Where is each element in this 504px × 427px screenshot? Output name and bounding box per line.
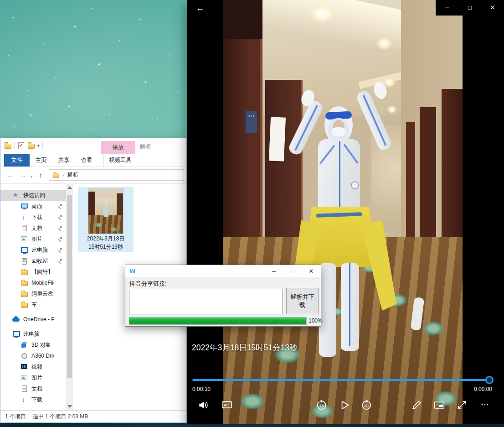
wallpaper-sparkle	[91, 8, 92, 9]
address-bar[interactable]: › 解析	[49, 169, 184, 181]
separator	[42, 142, 43, 149]
file-name-line1: 2022年3月18日	[78, 234, 134, 243]
share-link-label: 抖音分享链接:	[129, 280, 167, 288]
progress-bar	[129, 317, 307, 325]
up-icon[interactable]: ↑	[39, 170, 42, 180]
dialog-maximize-button: □	[285, 265, 301, 277]
room-number-plaque: 811	[245, 111, 257, 133]
sidebar-item[interactable]: 【阿轩】最新50	[0, 266, 66, 277]
wallpaper-sparkle	[157, 119, 158, 120]
scrollbar-thumb[interactable]	[67, 195, 72, 378]
wallpaper-sparkle	[119, 40, 120, 41]
qat-customize-caret-icon[interactable]: ▾	[37, 142, 40, 149]
separator	[29, 413, 29, 420]
sidebar-item[interactable]: 回收站	[0, 255, 66, 266]
close-button[interactable]: ✕	[481, 0, 504, 16]
back-button[interactable]: ←	[191, 2, 209, 15]
dialog-close-button[interactable]: ✕	[303, 265, 319, 277]
progress-fill	[129, 318, 306, 324]
time-remaining: 0:00:00	[474, 386, 492, 392]
wallpaper-sparkle	[55, 77, 56, 78]
maximize-button[interactable]: □	[458, 0, 481, 16]
sidebar-item-icon	[21, 279, 28, 286]
skip-back-label: 10	[314, 404, 329, 408]
pin-icon	[58, 237, 62, 241]
ribbon-tab[interactable]: 主页	[30, 154, 52, 167]
scroll-down-icon[interactable]	[67, 405, 72, 408]
share-link-input[interactable]	[129, 289, 283, 314]
back-icon[interactable]: ←	[7, 170, 14, 180]
more-options-button[interactable]: ⋯	[478, 398, 492, 412]
mini-player-button[interactable]	[432, 398, 447, 412]
dialog-titlebar[interactable]: W ─ □ ✕	[125, 265, 321, 277]
sidebar-item[interactable]: 此电脑	[0, 245, 66, 255]
sidebar-item[interactable]: 图片	[0, 234, 66, 245]
sidebar-item-label: 此电脑	[23, 330, 54, 338]
thumb-medallion	[95, 223, 102, 227]
scroll-up-icon[interactable]	[67, 186, 72, 189]
sidebar-item[interactable]: 图片	[0, 372, 66, 383]
seek-bar[interactable]	[192, 379, 489, 381]
sidebar-item[interactable]: 桌面	[0, 201, 66, 212]
sidebar-item-label: 图片	[31, 235, 54, 243]
navigation-bar: ← → ▾ ↑ › 解析	[0, 167, 186, 184]
ribbon-tab[interactable]: 文件	[4, 154, 30, 167]
sidebar-item[interactable]: A360 Drive	[0, 350, 66, 361]
sidebar-scrollbar[interactable]	[66, 183, 73, 411]
sidebar-item[interactable]: 视频	[0, 361, 66, 372]
dialog-minimize-button[interactable]: ─	[266, 265, 282, 277]
sidebar-item[interactable]: 下载	[0, 394, 66, 405]
skip-back-10-button[interactable]: 10	[314, 398, 329, 412]
edit-button[interactable]	[409, 398, 424, 412]
sidebar-item[interactable]: MobileFile	[0, 277, 66, 288]
scene-right-door	[406, 122, 415, 237]
history-caret-icon[interactable]: ▾	[31, 172, 33, 182]
separator	[14, 142, 15, 149]
thumb-right-door	[117, 193, 123, 217]
sidebar-item[interactable]: 下载	[0, 212, 66, 223]
minimize-button[interactable]: ─	[436, 0, 458, 16]
mini-player-icon	[433, 399, 445, 411]
contextual-tab-group-label[interactable]: 播放	[101, 141, 135, 154]
properties-icon[interactable]	[17, 142, 25, 149]
sidebar-item[interactable]: OneDrive - Perso	[0, 314, 66, 325]
play-button[interactable]	[337, 398, 352, 412]
sidebar-item-label: 下载	[31, 396, 54, 404]
address-folder-icon	[52, 172, 59, 178]
fullscreen-button[interactable]	[455, 398, 469, 412]
skip-forward-30-button[interactable]: 30	[359, 398, 374, 412]
parse-download-button[interactable]: 解析并下载	[286, 288, 319, 314]
sidebar-item-label: 下载	[31, 214, 54, 221]
sidebar-item[interactable]: 快速访问	[0, 190, 66, 201]
explorer-titlebar[interactable]: ▾ 播放 解析	[0, 138, 186, 154]
sidebar-item-label: 文档	[31, 385, 54, 393]
sidebar-item[interactable]: 阿里云盘压缩文	[0, 288, 66, 299]
ribbon-tab[interactable]: 查看	[75, 154, 98, 167]
sidebar-item[interactable]: 此电脑	[0, 328, 66, 339]
sidebar-item-label: 快速访问	[23, 192, 54, 199]
volume-button[interactable]	[196, 398, 211, 412]
ribbon-tab[interactable]: 共享	[52, 154, 75, 167]
suit-badge	[351, 181, 359, 189]
sidebar-item-icon	[21, 246, 28, 254]
folder-icon[interactable]	[4, 142, 11, 149]
video-frame[interactable]: 811	[223, 0, 463, 424]
new-folder-icon[interactable]	[27, 142, 35, 149]
video-player-window: 811	[187, 0, 504, 424]
breadcrumb-path[interactable]: 解析	[67, 171, 78, 179]
subtitles-button[interactable]	[220, 398, 234, 412]
seek-handle[interactable]	[485, 376, 494, 384]
sidebar-item[interactable]: 文档	[0, 383, 66, 394]
sidebar-item[interactable]: 车	[0, 299, 66, 310]
sidebar-item[interactable]: 3D 对象	[0, 339, 66, 350]
subtitles-icon	[221, 399, 233, 411]
ribbon-tab[interactable]: 视频工具	[103, 154, 137, 167]
pencil-icon	[411, 399, 422, 411]
volume-icon	[197, 399, 209, 411]
video-thumbnail	[88, 189, 123, 234]
sidebar-item[interactable]: 文档	[0, 223, 66, 234]
pin-icon	[58, 248, 62, 252]
forward-icon[interactable]: →	[20, 170, 26, 180]
file-item-selected[interactable]: 2022年3月18日 15时51分13秒	[78, 187, 134, 252]
window-controls: ─ □ ✕	[436, 0, 504, 16]
